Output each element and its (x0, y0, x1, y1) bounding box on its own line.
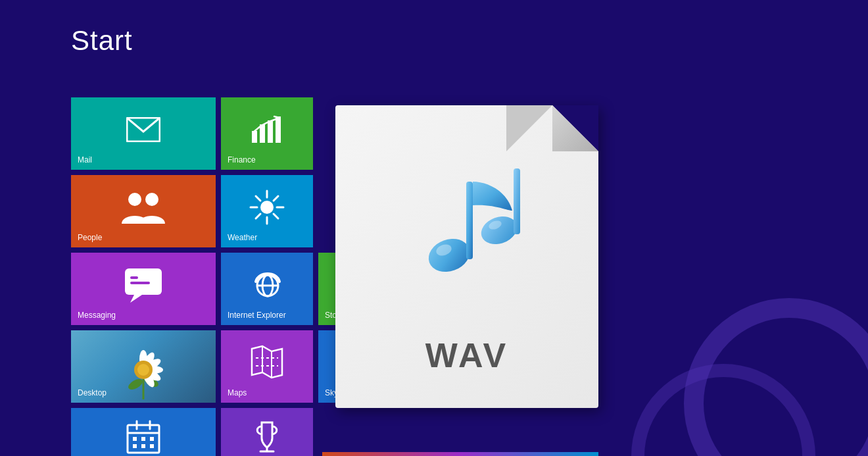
tile-finance-label: Finance (228, 155, 256, 165)
mail-icon (126, 117, 160, 142)
tile-messaging-label: Messaging (78, 311, 116, 320)
svg-line-14 (274, 196, 278, 201)
ie-icon (251, 268, 283, 301)
page-title: Start (71, 25, 133, 57)
tile-ie[interactable]: Internet Explorer (221, 253, 313, 325)
games-icon (250, 420, 284, 454)
people-icon (120, 190, 166, 225)
svg-point-37 (137, 364, 149, 376)
tile-maps[interactable]: Maps (221, 330, 313, 403)
maps-icon (251, 345, 283, 380)
tile-calendar[interactable]: Calendar (71, 408, 216, 456)
svg-rect-57 (466, 182, 473, 259)
tile-weather[interactable]: Weather (221, 175, 313, 247)
svg-point-7 (260, 201, 274, 214)
svg-line-13 (274, 214, 278, 218)
svg-rect-50 (150, 437, 154, 441)
tile-finance[interactable]: Finance (221, 97, 313, 170)
svg-rect-51 (133, 444, 137, 448)
finance-icon (251, 115, 283, 144)
tile-maps-label: Maps (228, 388, 247, 397)
tile-games[interactable]: Games (221, 408, 313, 456)
wav-file-icon: WAV (322, 79, 598, 408)
tile-messaging[interactable]: Messaging (71, 253, 216, 325)
music-note-container (402, 145, 546, 290)
tile-people-label: People (78, 233, 102, 242)
calendar-icon (126, 420, 160, 454)
wav-label: WAV (335, 336, 598, 375)
tile-ie-label: Internet Explorer (228, 311, 286, 320)
color-bar (322, 452, 598, 456)
svg-rect-49 (141, 437, 145, 441)
svg-marker-17 (130, 295, 142, 303)
svg-rect-3 (268, 120, 273, 143)
tile-mail-label: Mail (78, 155, 92, 165)
svg-rect-53 (150, 444, 154, 448)
tile-desktop[interactable]: Desktop (71, 330, 216, 403)
tile-mail[interactable]: Mail (71, 97, 216, 170)
tile-weather-label: Weather (228, 233, 257, 242)
weather-icon (249, 190, 285, 225)
messaging-icon (124, 267, 163, 303)
svg-rect-59 (514, 168, 520, 234)
svg-line-15 (256, 214, 260, 218)
svg-rect-48 (133, 437, 137, 441)
svg-marker-38 (252, 346, 282, 378)
svg-line-12 (256, 196, 260, 201)
wav-file-container: WAV (322, 79, 598, 408)
desktop-daisy (110, 337, 176, 399)
svg-point-5 (128, 193, 141, 206)
svg-rect-52 (141, 444, 145, 448)
svg-point-28 (127, 377, 145, 392)
tile-people[interactable]: People (71, 175, 216, 247)
svg-rect-19 (130, 282, 150, 284)
tile-desktop-label: Desktop (78, 388, 107, 397)
svg-rect-18 (130, 276, 138, 279)
svg-point-6 (145, 193, 158, 206)
